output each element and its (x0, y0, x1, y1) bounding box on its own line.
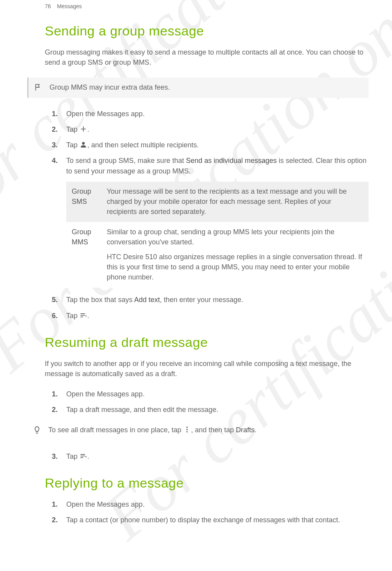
tip-drafts: To see all draft messages in one place, … (27, 420, 369, 440)
step-6: Tap . (45, 311, 369, 321)
steps-resuming-cont: Tap . (45, 451, 369, 461)
overflow-icon (183, 426, 191, 433)
step-text: Tap the box that says (66, 296, 134, 304)
option-send-individual: Send as individual messages (186, 157, 277, 164)
contact-icon (79, 141, 87, 148)
cell-para: HTC Desire 510 also organizes message re… (107, 252, 363, 282)
heading-sending-group: Sending a group message (45, 23, 369, 39)
steps-sending: Open the Messages app. Tap . Tap , and t… (45, 109, 369, 320)
callout-data-fees: Group MMS may incur extra data fees. (27, 78, 369, 98)
group-type-table: Group SMS Your message will be sent to t… (66, 182, 369, 288)
tip-part: To see all draft messages in one place, … (48, 426, 183, 434)
step-3: Tap , and then select multiple recipient… (45, 140, 369, 150)
step-text: . (87, 126, 89, 133)
svg-point-3 (187, 431, 188, 432)
step-1: Open the Messages app. (45, 389, 369, 399)
step-text: . (87, 312, 89, 320)
page-header: 76 Messages (45, 0, 369, 19)
steps-replying: Open the Messages app. Tap a contact (or… (45, 499, 369, 525)
step-2: Tap a draft message, and then edit the m… (45, 405, 369, 415)
step-3: Tap . (45, 451, 369, 461)
send-icon (79, 311, 87, 319)
step-text: Tap (66, 312, 79, 320)
tip-part: , and then tap (191, 426, 236, 434)
table-row: Group MMS Similar to a group chat, sendi… (66, 222, 369, 288)
heading-replying: Replying to a message (45, 476, 369, 491)
lightbulb-icon (33, 426, 41, 436)
label-drafts: Drafts (236, 426, 254, 434)
step-1: Open the Messages app. (45, 109, 369, 119)
callout-text: Group MMS may incur extra data fees. (49, 82, 364, 92)
step-text: , then enter your message. (160, 296, 243, 304)
svg-point-2 (187, 429, 188, 430)
page: 76 Messages Sending a group message Grou… (0, 0, 392, 546)
tip-part: . (254, 426, 256, 434)
step-2: Tap a contact (or phone number) to displ… (45, 515, 369, 525)
cell-label: Group MMS (66, 222, 101, 288)
label-add-text: Add text (134, 296, 160, 304)
step-5: Tap the box that says Add text, then ent… (45, 295, 369, 305)
plus-icon (79, 125, 87, 133)
steps-resuming: Open the Messages app. Tap a draft messa… (45, 389, 369, 415)
flag-icon (34, 83, 42, 93)
tip-text: To see all draft messages in one place, … (48, 425, 364, 435)
section-name: Messages (57, 3, 82, 9)
step-1: Open the Messages app. (45, 499, 369, 509)
step-text: Tap (66, 453, 79, 460)
step-4: To send a group SMS, make sure that Send… (45, 156, 369, 288)
intro-text: If you switch to another app or if you r… (45, 359, 369, 379)
table-row: Group SMS Your message will be sent to t… (66, 182, 369, 222)
cell-para: Similar to a group chat, sending a group… (107, 227, 363, 247)
heading-resuming-draft: Resuming a draft message (45, 335, 369, 350)
step-text: Tap (66, 126, 79, 133)
cell-text: Similar to a group chat, sending a group… (101, 222, 369, 288)
svg-point-1 (187, 426, 188, 428)
cell-text: Your message will be sent to the recipie… (101, 182, 369, 222)
cell-label: Group SMS (66, 182, 101, 222)
step-2: Tap . (45, 124, 369, 134)
step-text: , and then select multiple recipients. (87, 141, 199, 149)
page-number: 76 (45, 3, 51, 9)
step-text: To send a group SMS, make sure that (66, 157, 186, 164)
svg-point-0 (82, 142, 85, 145)
step-text: . (87, 453, 89, 460)
send-icon (79, 452, 87, 460)
step-text: Tap (66, 141, 79, 149)
intro-text: Group messaging makes it easy to send a … (45, 47, 369, 67)
